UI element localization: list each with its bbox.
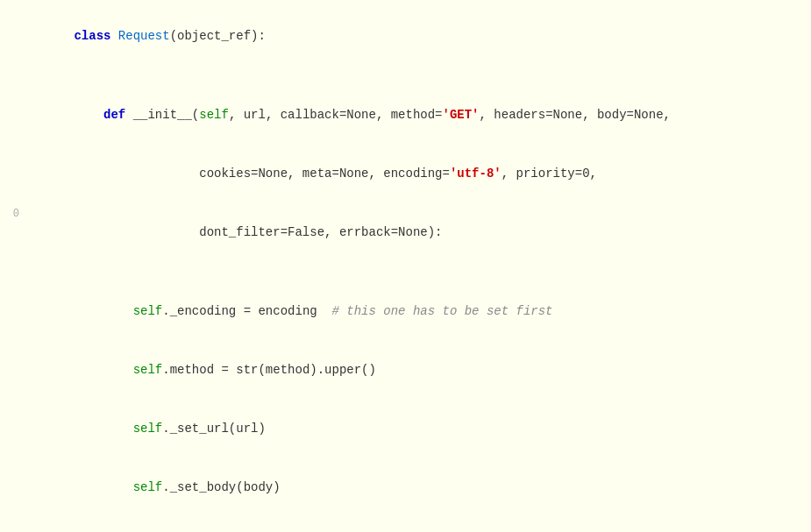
code-indent [74,108,103,122]
code-text: __init__( [133,108,200,122]
code-line: def __init__(self, url, callback=None, m… [0,86,811,145]
code-line: 0 dont_filter=False, errback=None): [0,203,811,262]
code-line-empty [0,66,811,85]
keyword-def: def [103,108,133,122]
line-content: dont_filter=False, errback=None): [26,203,811,262]
code-text: cookies=None, meta=None, encoding= [199,167,450,181]
line-content: cookies=None, meta=None, encoding='utf-8… [26,145,811,203]
code-text: ._encoding = encoding [162,304,331,318]
code-text: ._set_body(body) [162,480,280,494]
line-content [26,262,811,281]
code-indent [74,480,132,494]
code-line: assert isinstance(priority, int), “Reque… [0,517,811,532]
code-text: (object_ref): [170,29,266,43]
code-line: self._set_body(body) [0,458,811,517]
self-keyword: self [133,304,163,318]
code-text: , headers=None, body=None, [480,108,671,122]
line-content: self._set_body(body) [26,458,811,517]
code-indent [74,225,199,239]
code-text: dont_filter=False, errback=None): [199,225,442,239]
line-content: self._encoding = encoding # this one has… [26,281,811,340]
line-content: assert isinstance(priority, int), “Reque… [26,517,811,532]
code-text: , priority=0, [502,167,597,181]
code-line: class Request(object_ref): [0,7,811,66]
class-name: Request [118,29,170,43]
self-keyword: self [199,108,229,122]
code-indent [74,304,132,318]
code-comment: # this one has to be set first [331,304,552,318]
code-line: cookies=None, meta=None, encoding='utf-8… [0,145,811,203]
string-literal: 'utf-8' [450,167,502,181]
keyword-class: class [74,29,117,43]
code-line-empty [0,262,811,281]
code-line: self._set_url(url) [0,400,811,458]
code-indent [74,167,199,181]
code-text: ._set_url(url) [162,422,266,436]
self-keyword: self [133,363,163,377]
code-text: .method = str(method).upper() [162,363,376,377]
line-content: self._set_url(url) [26,400,811,458]
line-content: def __init__(self, url, callback=None, m… [26,86,811,145]
string-literal: 'GET' [443,108,480,122]
line-content [26,66,811,85]
code-indent [74,422,132,436]
code-indent [74,363,132,377]
code-line: self._encoding = encoding # this one has… [0,281,811,340]
code-line: self.method = str(method).upper() [0,341,811,400]
line-content: self.method = str(method).upper() [26,341,811,400]
line-number: 0 [0,206,26,223]
self-keyword: self [133,480,163,494]
code-text: , url, callback=None, method= [229,108,443,122]
line-content: class Request(object_ref): [26,7,811,66]
self-keyword: self [133,422,163,436]
code-container: class Request(object_ref): def __init__(… [0,0,811,532]
